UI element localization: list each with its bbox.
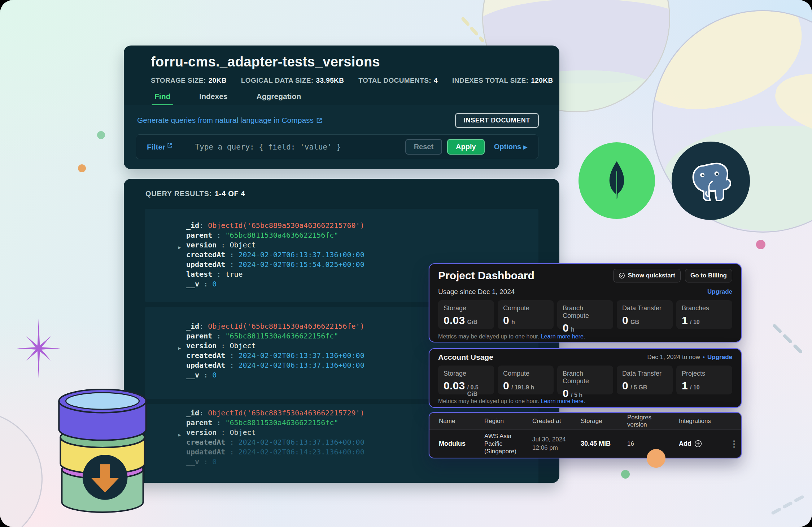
field-value: 2024-02-02T06:13:37.136+00:00 bbox=[239, 351, 364, 360]
query-toolbar-area: Generate queries from natural language i… bbox=[124, 105, 559, 169]
account-usage-panel: Account Usage Dec 1, 2024 to now • Upgra… bbox=[429, 348, 742, 408]
project-dashboard-panel: Project Dashboard Show quickstart Go to … bbox=[429, 263, 742, 342]
usage-card-storage: Storage0.03GiB bbox=[438, 300, 494, 329]
col-header-postgres-version: Postgres version bbox=[627, 414, 667, 428]
nl-query-link[interactable]: Generate queries from natural language i… bbox=[137, 116, 322, 125]
account-usage-cards: Storage0.03/ 0.5 GiB Compute0/ 191.9 h B… bbox=[438, 366, 732, 394]
field-value: ObjectId('65bc889a530a463662215760') bbox=[208, 221, 364, 230]
document-field: _id: ObjectId('65bc889a530a463662215760'… bbox=[186, 221, 538, 230]
table-header-row: Name Region Created at Storage Postgres … bbox=[429, 413, 741, 430]
show-quickstart-button[interactable]: Show quickstart bbox=[613, 269, 681, 282]
account-upgrade-link[interactable]: Upgrade bbox=[707, 354, 732, 361]
field-value: 2024-02-02T06:15:54.025+00:00 bbox=[239, 260, 364, 269]
row-menu-button[interactable]: ⋮ bbox=[730, 439, 738, 449]
field-value: Object bbox=[230, 341, 256, 350]
field-value: 0 bbox=[212, 457, 217, 466]
account-learn-more-link[interactable]: Learn more here. bbox=[541, 398, 585, 404]
field-value: 0 bbox=[212, 371, 217, 379]
stat-total-documents: TOTAL DOCUMENTS:4 bbox=[358, 77, 438, 85]
orange-circle-decoration bbox=[647, 449, 665, 468]
usage-cards: Storage0.03GiB Compute0h Branch Compute0… bbox=[438, 300, 732, 329]
projects-table: Name Region Created at Storage Postgres … bbox=[429, 412, 742, 458]
field-value: Object bbox=[230, 428, 256, 437]
field-value: "65bc8811530a4636622156fc" bbox=[225, 418, 338, 427]
document-field: parent : "65bc8811530a4636622156fc" bbox=[186, 230, 538, 240]
go-to-billing-label: Go to Billing bbox=[690, 272, 727, 279]
field-value: 2024-02-02T06:13:37.136+00:00 bbox=[239, 250, 364, 259]
expand-arrow-icon[interactable]: ▶ bbox=[178, 344, 181, 353]
field-value: 2024-02-02T06:13:37.136+00:00 bbox=[239, 438, 364, 446]
account-card-projects: Projects1/ 10 bbox=[676, 366, 732, 394]
options-arrow-icon: ▶ bbox=[523, 144, 527, 150]
dashboard-title: Project Dashboard bbox=[438, 269, 534, 282]
cell-name: Modulus bbox=[439, 440, 484, 448]
insert-document-button[interactable]: INSERT DOCUMENT bbox=[455, 113, 539, 128]
account-usage-title: Account Usage bbox=[438, 353, 493, 362]
go-to-billing-button[interactable]: Go to Billing bbox=[685, 269, 732, 282]
mongodb-leaf-icon bbox=[603, 158, 631, 203]
stat-indexes-total-size: INDEXES TOTAL SIZE:120KB bbox=[452, 77, 553, 85]
metrics-note: Metrics may be delayed up to one hour. L… bbox=[438, 333, 732, 340]
expand-arrow-icon[interactable]: ▶ bbox=[178, 430, 181, 440]
filter-link[interactable]: Filter bbox=[147, 143, 173, 151]
database-illustration bbox=[46, 386, 159, 518]
field-value: "65bc8811530a4636622156fc" bbox=[225, 332, 338, 340]
filter-label: Filter bbox=[147, 143, 165, 151]
col-header-name: Name bbox=[439, 418, 479, 425]
apply-button[interactable]: Apply bbox=[447, 139, 485, 155]
tab-find[interactable]: Find bbox=[154, 92, 170, 105]
field-value: ObjectId('65bc8811530a4636622156fe') bbox=[208, 322, 364, 331]
show-quickstart-label: Show quickstart bbox=[628, 272, 675, 279]
usage-period-label: Usage since Dec 1, 2024 bbox=[438, 288, 515, 296]
options-button[interactable]: Options ▶ bbox=[494, 143, 527, 151]
upgrade-link[interactable]: Upgrade bbox=[707, 288, 732, 295]
usage-card-data-transfer: Data Transfer0GB bbox=[617, 300, 673, 329]
cell-region: AWS Asia Pacific (Singapore) bbox=[484, 432, 520, 455]
add-integration-button[interactable]: Add bbox=[679, 440, 730, 448]
document-field: __v : 0 bbox=[186, 457, 538, 467]
cell-created-at: Jul 30, 2024 12:06 pm bbox=[532, 436, 573, 452]
external-link-icon bbox=[167, 143, 173, 148]
sparkle-decoration bbox=[12, 317, 66, 380]
options-label: Options bbox=[494, 143, 521, 151]
reset-button[interactable]: Reset bbox=[405, 139, 442, 155]
field-value: 2024-02-02T06:14:23.136+00:00 bbox=[239, 448, 364, 456]
field-value: 2024-02-02T06:13:37.136+00:00 bbox=[239, 361, 364, 370]
learn-more-link[interactable]: Learn more here. bbox=[541, 333, 585, 340]
filter-bar: Filter Reset Apply Options ▶ bbox=[136, 134, 538, 159]
query-results-header: QUERY RESULTS:1-4 OF 4 bbox=[145, 190, 245, 198]
filter-query-input[interactable] bbox=[194, 142, 405, 152]
collection-title: forru-cms._adapter-tests_versions bbox=[151, 54, 380, 70]
account-card-storage: Storage0.03/ 0.5 GiB bbox=[438, 366, 494, 394]
stat-storage-size: STORAGE SIZE:20KB bbox=[151, 77, 227, 85]
account-period-label: Dec 1, 2024 to now bbox=[647, 354, 700, 361]
document-field: createdAt : 2024-02-02T06:13:37.136+00:0… bbox=[186, 250, 538, 260]
tab-indexes[interactable]: Indexes bbox=[199, 92, 227, 105]
tab-aggregation[interactable]: Aggregation bbox=[257, 92, 301, 105]
expand-arrow-icon[interactable]: ▶ bbox=[178, 243, 181, 252]
dot-decoration bbox=[78, 164, 86, 172]
nl-query-link-label: Generate queries from natural language i… bbox=[137, 116, 314, 125]
dot-decoration bbox=[756, 240, 765, 249]
stat-logical-data-size: LOGICAL DATA SIZE:33.95KB bbox=[241, 77, 344, 85]
account-card-compute: Compute0/ 191.9 h bbox=[498, 366, 554, 394]
collection-stats: STORAGE SIZE:20KB LOGICAL DATA SIZE:33.9… bbox=[151, 77, 553, 85]
postgresql-elephant-icon bbox=[689, 159, 733, 203]
mongodb-logo bbox=[579, 142, 655, 219]
field-value: ObjectId('65bc883f530a463662215729') bbox=[208, 409, 364, 417]
postgresql-logo bbox=[672, 142, 750, 220]
dot-decoration bbox=[97, 131, 105, 139]
download-arrow-icon bbox=[83, 455, 128, 500]
table-row[interactable]: Modulus AWS Asia Pacific (Singapore) Jul… bbox=[429, 430, 741, 458]
col-header-integrations: Integrations bbox=[679, 418, 719, 425]
col-header-region: Region bbox=[484, 418, 524, 425]
cell-storage: 30.45 MiB bbox=[581, 440, 627, 448]
col-header-created-at: Created at bbox=[532, 418, 572, 425]
dot-decoration bbox=[621, 470, 630, 479]
add-label: Add bbox=[679, 440, 691, 448]
account-card-data-transfer: Data Transfer0/ 5 GB bbox=[617, 366, 673, 394]
account-card-branch-compute: Branch Compute0/ 5 h bbox=[557, 366, 613, 394]
plus-circle-icon bbox=[694, 440, 702, 448]
external-link-icon bbox=[316, 117, 322, 124]
page-background: forru-cms._adapter-tests_versions STORAG… bbox=[0, 0, 812, 527]
